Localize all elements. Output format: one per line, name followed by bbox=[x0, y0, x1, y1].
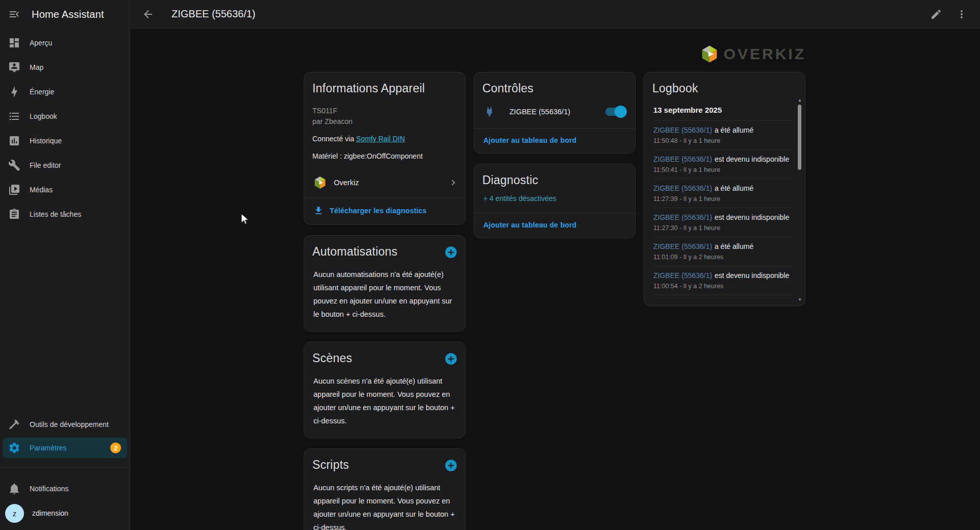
header-actions bbox=[930, 8, 980, 20]
logbook-action: a été allumé bbox=[715, 126, 753, 134]
avatar: z bbox=[5, 504, 24, 523]
mouse-cursor bbox=[239, 213, 251, 225]
sidebar-item-label: Médias bbox=[30, 186, 53, 194]
brand-logo: overkiz bbox=[304, 45, 806, 63]
empty-state-text: Aucun scènes n'a été ajouté(e) utilisant… bbox=[304, 368, 465, 438]
power-plug-icon bbox=[483, 106, 496, 118]
sidebar-item-file-editor[interactable]: File editor bbox=[0, 153, 130, 178]
card-title: Scènes bbox=[304, 342, 360, 368]
logbook-list: ZIGBEE (55636/1)a été allumé 11:50:48 - … bbox=[644, 120, 805, 306]
integration-row[interactable]: Overkiz bbox=[304, 168, 465, 197]
disabled-entities-link[interactable]: + 4 entités désactivées bbox=[474, 190, 635, 213]
scripts-card: Scripts Aucun scripts n'a été ajouté(e) … bbox=[304, 448, 465, 530]
card-title: Logbook bbox=[644, 72, 805, 98]
sidebar-item-label: File editor bbox=[30, 161, 61, 169]
card-title: Diagnostic bbox=[474, 164, 635, 190]
add-script-button[interactable] bbox=[444, 459, 458, 472]
sidebar-item-label: Logbook bbox=[30, 112, 57, 120]
logbook-entry: ZIGBEE (55636/1)a été allumé 11:01:09 - … bbox=[653, 237, 792, 266]
app-title: Home Assistant bbox=[32, 9, 104, 20]
sidebar-item-listes-de-taches[interactable]: Listes de tâches bbox=[0, 202, 130, 226]
settings-badge: 2 bbox=[110, 443, 121, 453]
sidebar-item-label: Outils de développement bbox=[30, 420, 109, 428]
logbook-time: 11:00:54 - Il y a 2 heures bbox=[653, 283, 792, 290]
logbook-action: a été allumé bbox=[715, 184, 753, 192]
column-2: Contrôles ZIGBEE (55636/1) Ajouter au ta… bbox=[474, 72, 635, 530]
logbook-time: 11:27:39 - Il y a 1 heure bbox=[653, 195, 792, 203]
logbook-entity-link[interactable]: ZIGBEE (55636/1) bbox=[653, 213, 712, 221]
sidebar-item-notifications[interactable]: Notifications bbox=[0, 476, 130, 501]
device-manufacturer: par Zbeacon bbox=[312, 116, 457, 127]
add-to-dashboard-button[interactable]: Ajouter au tableau de bord bbox=[474, 213, 635, 238]
wrench-icon bbox=[8, 159, 20, 171]
add-scene-button[interactable] bbox=[444, 352, 458, 366]
back-button[interactable] bbox=[142, 8, 154, 20]
logbook-entity-link[interactable]: ZIGBEE (55636/1) bbox=[653, 155, 712, 163]
kebab-menu-icon[interactable] bbox=[955, 8, 968, 20]
add-to-dashboard-label: Ajouter au tableau de bord bbox=[483, 221, 577, 229]
connected-via-link[interactable]: Somfy Rail DIN bbox=[356, 135, 405, 143]
device-info-card: Informations Appareil TS011F par Zbeacon… bbox=[304, 72, 465, 225]
entity-row: ZIGBEE (55636/1) bbox=[474, 98, 635, 128]
format-list-bulleted-icon bbox=[8, 110, 20, 122]
add-to-dashboard-button[interactable]: Ajouter au tableau de bord bbox=[474, 129, 635, 153]
toggle-thumb bbox=[615, 106, 627, 118]
app-header: ZIGBEE (55636/1) bbox=[131, 0, 980, 29]
sidebar-item-label: Map bbox=[30, 63, 43, 71]
controls-card: Contrôles ZIGBEE (55636/1) Ajouter au ta… bbox=[474, 72, 635, 154]
logbook-entity-link[interactable]: ZIGBEE (55636/1) bbox=[653, 184, 712, 192]
scroll-down-icon[interactable]: ▼ bbox=[797, 297, 803, 302]
tooltip-account-icon bbox=[8, 61, 20, 73]
logbook-time: 11:01:09 - Il y a 2 heures bbox=[653, 254, 792, 261]
sidebar-divider bbox=[0, 467, 130, 468]
logbook-time: 11:27:30 - Il y a 1 heure bbox=[653, 224, 792, 232]
sidebar-item-historique[interactable]: Historique bbox=[0, 129, 130, 153]
sidebar-collapse-icon[interactable] bbox=[8, 8, 20, 20]
logbook-entry: ZIGBEE (55636/1)est devenu indisponible … bbox=[653, 149, 792, 179]
sidebar-header: Home Assistant bbox=[0, 0, 130, 29]
sidebar-item-apercu[interactable]: Aperçu bbox=[0, 31, 130, 55]
download-diagnostics-button[interactable]: Télécharger les diagnostics bbox=[304, 198, 465, 224]
sidebar: Home Assistant Aperçu Map Énergie Logboo… bbox=[0, 0, 130, 530]
main-content: overkiz Informations Appareil TS011F par… bbox=[131, 29, 980, 530]
logbook-action: a été allumé bbox=[715, 242, 753, 250]
entity-toggle-on[interactable] bbox=[605, 106, 627, 118]
device-model: TS011F bbox=[312, 106, 457, 116]
bell-icon bbox=[8, 483, 20, 495]
logbook-time: 11:50:41 - Il y a 1 heure bbox=[653, 166, 792, 173]
add-automation-button[interactable] bbox=[444, 245, 458, 259]
sidebar-item-dev-tools[interactable]: Outils de développement bbox=[0, 412, 130, 437]
page-title: ZIGBEE (55636/1) bbox=[172, 8, 256, 20]
sidebar-item-label: Historique bbox=[30, 137, 62, 145]
logbook-scrollbar[interactable]: ▲ ▼ bbox=[797, 98, 803, 302]
view-dashboard-icon bbox=[8, 37, 20, 49]
add-to-dashboard-label: Ajouter au tableau de bord bbox=[483, 136, 577, 144]
logbook-action: est devenu indisponible bbox=[715, 213, 789, 221]
scroll-up-icon[interactable]: ▲ bbox=[797, 98, 803, 103]
logbook-entry: ZIGBEE (55636/1)a été allumé 11:27:39 - … bbox=[653, 179, 792, 208]
sidebar-item-map[interactable]: Map bbox=[0, 55, 130, 80]
hardware-line: Matériel : zigbee:OnOffComponent bbox=[312, 151, 457, 162]
play-box-multiple-icon bbox=[8, 184, 20, 196]
sidebar-item-energie[interactable]: Énergie bbox=[0, 80, 130, 104]
sidebar-item-profile[interactable]: z zdimension bbox=[0, 501, 130, 525]
sidebar-nav: Aperçu Map Énergie Logbook Historique Fi… bbox=[0, 31, 130, 226]
sidebar-item-parametres[interactable]: Paramètres 2 bbox=[3, 438, 127, 458]
sidebar-item-medias[interactable]: Médias bbox=[0, 178, 130, 202]
logbook-entity-link[interactable]: ZIGBEE (55636/1) bbox=[653, 242, 712, 250]
scrollbar-thumb[interactable] bbox=[798, 105, 801, 170]
logbook-entity-link[interactable]: ZIGBEE (55636/1) bbox=[653, 126, 712, 134]
card-title-row: Scripts bbox=[304, 449, 465, 475]
clipboard-list-icon bbox=[8, 208, 20, 220]
sidebar-item-logbook[interactable]: Logbook bbox=[0, 104, 130, 129]
logbook-entry: ZIGBEE (55636/1)a été allumé 11:50:48 - … bbox=[653, 120, 792, 149]
cards-grid: Informations Appareil TS011F par Zbeacon… bbox=[304, 72, 806, 530]
overkiz-hexagon-icon bbox=[313, 176, 327, 189]
logbook-time: 11:50:48 - Il y a 1 heure bbox=[653, 137, 792, 144]
logbook-date: 13 septembre 2025 bbox=[644, 98, 805, 120]
empty-state-text: Aucun automatisations n'a été ajouté(e) … bbox=[304, 262, 465, 331]
entity-name[interactable]: ZIGBEE (55636/1) bbox=[509, 108, 605, 116]
edit-pencil-icon[interactable] bbox=[930, 8, 942, 20]
logbook-entity-link[interactable]: ZIGBEE (55636/1) bbox=[653, 271, 712, 280]
sidebar-item-label: Listes de tâches bbox=[30, 210, 81, 218]
